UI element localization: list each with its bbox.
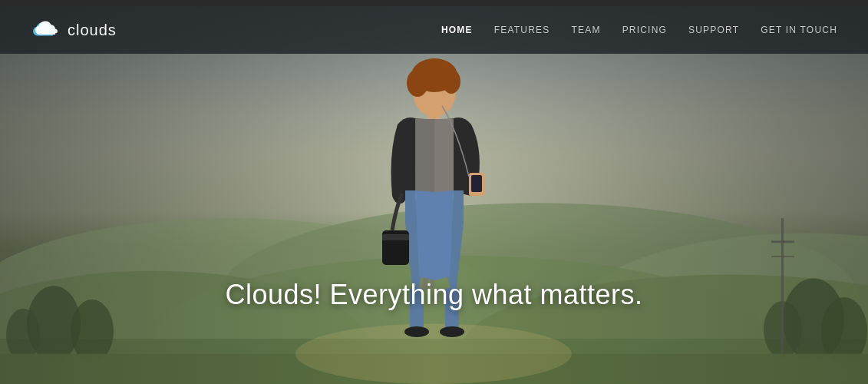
svg-point-32 — [404, 326, 429, 337]
svg-point-26 — [442, 69, 460, 94]
nav-pricing[interactable]: PRICING — [622, 25, 667, 35]
hero-headline: Clouds! Everything what matters. — [225, 279, 642, 311]
page-wrapper: clouds HOME FEATURES TEAM PRICING SUPPOR… — [0, 0, 868, 384]
nav-links: HOME FEATURES TEAM PRICING SUPPORT GET I… — [441, 25, 837, 35]
cloud-icon — [31, 19, 60, 41]
nav-team[interactable]: TEAM — [572, 25, 601, 35]
nav-support[interactable]: SUPPORT — [688, 25, 739, 35]
navbar: clouds HOME FEATURES TEAM PRICING SUPPOR… — [0, 6, 868, 54]
nav-get-in-touch[interactable]: GET IN TOUCH — [761, 25, 837, 35]
svg-rect-35 — [382, 234, 409, 240]
svg-point-25 — [407, 69, 428, 97]
svg-rect-29 — [471, 175, 482, 192]
logo-text: clouds — [68, 22, 117, 39]
nav-features[interactable]: FEATURES — [494, 25, 550, 35]
hero-text-area: Clouds! Everything what matters. — [225, 279, 642, 311]
top-bar — [0, 0, 868, 6]
nav-home[interactable]: HOME — [441, 25, 473, 35]
svg-point-33 — [440, 326, 464, 337]
logo-area[interactable]: clouds — [31, 19, 117, 41]
